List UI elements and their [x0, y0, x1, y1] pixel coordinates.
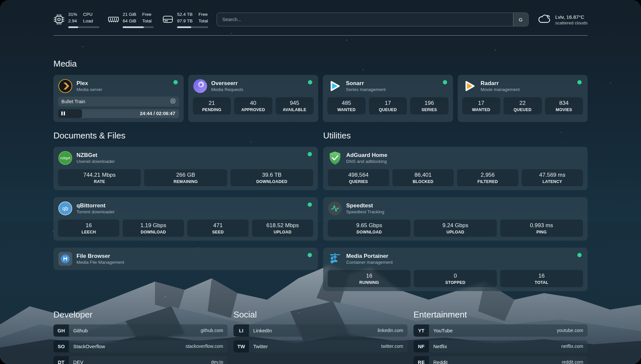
stat-block: 1.19 Gbps DOWNLOAD — [123, 220, 184, 237]
stat-label: BLOCKED — [394, 179, 452, 184]
stat-block: 834 MOVIES — [545, 97, 583, 114]
search-provider-button[interactable]: G — [513, 13, 528, 26]
plex-service-link[interactable]: Plex Media server — [58, 79, 179, 93]
portainer-card: Media Portainer Container management 16 … — [323, 248, 588, 291]
stat-label: TOTAL — [502, 280, 582, 285]
disk-label-2: Total — [198, 18, 208, 24]
stat-label: SERIES — [412, 107, 447, 112]
stat-block: 618.52 Mbps UPLOAD — [252, 220, 313, 237]
sonarr-title: Sonarr — [346, 80, 386, 87]
stat-label: MOVIES — [546, 107, 582, 112]
adguard-stats: 498,564 QUERIES 86,401 BLOCKED 2,956 FIL… — [328, 169, 583, 186]
utilities-section-title: Utilities — [323, 131, 588, 141]
bookmark-linkedin[interactable]: LI LinkedIn linkedin.com — [233, 324, 408, 337]
bookmark-reddit[interactable]: RE Reddit reddit.com — [413, 356, 588, 364]
stat-label: WANTED — [464, 107, 499, 112]
stat-value: 16 — [329, 273, 409, 279]
nzbget-subtitle: Usenet downloader — [76, 159, 115, 164]
speedtest-title: Speedtest — [346, 202, 384, 209]
nzbget-status-dot — [308, 152, 312, 156]
qbittorrent-status-dot — [308, 202, 312, 207]
stat-value: 196 — [412, 100, 447, 106]
memory-icon — [108, 15, 119, 24]
portainer-stats: 16 RUNNING 0 STOPPED 16 TOTAL — [328, 270, 583, 287]
stat-value: 0 — [415, 273, 495, 279]
bookmark-name: Twitter — [249, 344, 268, 349]
stat-block: 2,956 FILTERED — [457, 169, 518, 186]
nzbget-icon: nzbget — [58, 151, 73, 165]
memory-widget: 21 GiB 64 GiB Free Total — [108, 11, 154, 28]
stat-value: 9.65 Gbps — [329, 222, 409, 229]
developer-section: Developer GH Github github.com SO StackO… — [53, 310, 228, 364]
stat-label: DOWNLOAD — [124, 230, 183, 234]
stat-label: STOPPED — [415, 280, 495, 285]
cpu-load-value: 2.94 — [68, 18, 77, 24]
bookmark-name: Netflix — [429, 344, 447, 349]
speedtest-service-link[interactable]: Speedtest Speedtest Tracking — [328, 201, 583, 216]
bookmark-name: LinkedIn — [249, 328, 272, 333]
bookmark-abbr: DT — [53, 356, 69, 364]
bookmark-abbr: RE — [413, 356, 429, 364]
disk-free-value: 52.4 TB — [177, 11, 193, 18]
radarr-status-dot — [577, 80, 582, 84]
stat-value: 39.6 TB — [232, 172, 312, 178]
stat-block: 17 QUEUED — [369, 97, 407, 114]
stat-block: 9.65 Gbps DOWNLOAD — [328, 220, 411, 237]
dashboard-screen: 31% 2.94 CPU Load — [0, 0, 641, 364]
bookmark-github[interactable]: GH Github github.com — [53, 324, 228, 337]
adguard-service-link[interactable]: AdGuard Home DNS and adblocking — [328, 151, 583, 165]
stat-value: 22 — [505, 100, 540, 106]
memory-label-2: Total — [142, 18, 152, 24]
bookmark-twitter[interactable]: TW Twitter twitter.com — [233, 340, 408, 352]
developer-section-title: Developer — [53, 310, 228, 320]
cpu-progress-fill — [68, 26, 78, 28]
bookmark-dev[interactable]: DT DEV dev.to — [53, 356, 228, 364]
stat-label: QUERIES — [329, 179, 388, 184]
bookmark-netflix[interactable]: NF Netflix netflix.com — [413, 340, 588, 352]
radarr-service-link[interactable]: Radarr Movie management — [462, 79, 583, 93]
weather-widget[interactable]: Lviv, 16.87°C scattered clouds — [537, 13, 588, 26]
bookmark-name: Reddit — [429, 359, 447, 364]
bookmark-url: netflix.com — [561, 344, 588, 349]
bookmark-abbr: NF — [413, 340, 429, 352]
speedtest-stats: 9.65 Gbps DOWNLOAD 9.24 Gbps UPLOAD 0.99… — [328, 220, 583, 237]
filebrowser-title: File Browser — [76, 253, 124, 259]
plex-subtitle: Media server — [76, 87, 102, 92]
cloud-icon — [537, 13, 552, 26]
nzbget-title: NZBGet — [76, 152, 115, 159]
stat-value: 834 — [546, 100, 582, 106]
stat-value: 485 — [329, 100, 364, 106]
utilities-section: Utilities — [323, 131, 588, 291]
sonarr-icon — [327, 79, 342, 93]
disk-progress-fill — [177, 26, 191, 28]
bookmark-name: YouTube — [429, 328, 453, 333]
stat-label: PING — [502, 230, 582, 234]
filebrowser-icon — [58, 252, 73, 266]
portainer-service-link[interactable]: Media Portainer Container management — [328, 252, 583, 266]
overseerr-service-link[interactable]: Overseerr Media Requests — [193, 79, 314, 93]
bookmark-url: twitter.com — [381, 344, 408, 349]
qbittorrent-service-link[interactable]: qb qBittorrent Torrent downloader — [58, 201, 313, 216]
bookmark-url: linkedin.com — [378, 328, 408, 333]
stat-block: 9.24 Gbps UPLOAD — [414, 220, 497, 237]
stat-value: 9.24 Gbps — [415, 222, 495, 229]
stat-block: 22 QUEUED — [504, 97, 542, 114]
plex-card: Plex Media server Bullet Train — [53, 75, 184, 122]
plex-expand-icon[interactable] — [170, 98, 176, 105]
nzbget-service-link[interactable]: nzbget NZBGet Usenet downloader — [58, 151, 313, 165]
portainer-subtitle: Container management — [346, 260, 393, 265]
stat-block: 40 APPROVED — [234, 97, 272, 114]
filebrowser-service-link[interactable]: File Browser Media File Management — [58, 252, 313, 266]
disk-progress-track — [177, 26, 208, 28]
search-input[interactable] — [217, 13, 513, 26]
stat-label: AVAILABLE — [277, 107, 313, 112]
sonarr-service-link[interactable]: Sonarr Series management — [327, 79, 448, 93]
stat-block: 17 WANTED — [462, 97, 501, 114]
plex-player-bar: 24:44 / 02:06:47 — [58, 109, 179, 118]
bookmark-stackoverflow[interactable]: SO StackOverflow stackoverflow.com — [53, 340, 228, 352]
filebrowser-card: File Browser Media File Management — [53, 248, 318, 270]
radarr-card: Radarr Movie management 17 WANTED 22 QUE… — [458, 75, 588, 122]
stat-value: 945 — [277, 100, 313, 106]
overseerr-status-dot — [308, 80, 312, 84]
bookmark-youtube[interactable]: YT YouTube youtube.com — [413, 324, 588, 337]
